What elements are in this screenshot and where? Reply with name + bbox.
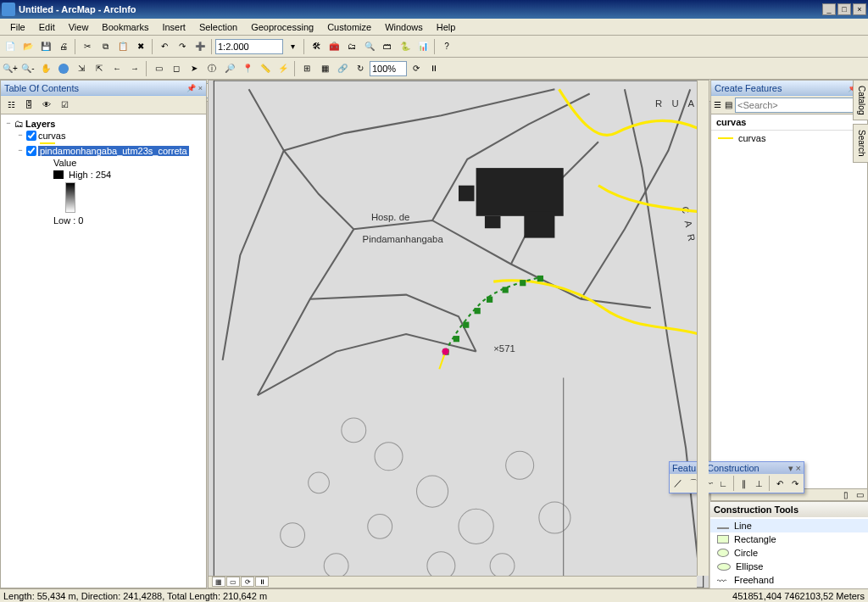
map-hscrollbar[interactable]: ▦ ▭ ⟳ ⏸ [209,576,697,588]
fc-constrain-perp-icon[interactable]: ⊥ [752,476,766,491]
list-by-visibility-icon[interactable]: 👁 [38,97,55,114]
fc-undo-icon[interactable]: ↶ [773,476,787,491]
expand-layer2-icon[interactable]: − [16,147,25,155]
ct-rectangle[interactable]: Rectangle [710,532,868,546]
list-by-drawing-icon[interactable]: ☷ [3,97,19,114]
measure-icon[interactable]: 📏 [257,60,274,77]
toc-autohide-icon[interactable]: 📌 × [186,84,203,92]
layer2-checkbox[interactable] [26,146,36,156]
list-by-selection-icon[interactable]: ☑ [56,97,73,114]
delete-icon[interactable]: ✖ [132,38,149,55]
select-features-icon[interactable]: ▭ [150,60,167,77]
feature-construction-close-icon[interactable]: ▾ × [788,463,801,474]
menu-help[interactable]: Help [430,20,463,34]
feature-construction-toolbar[interactable]: Feature Construction ▾ × ／ ⌒ 〰 ∟ ∥ ⊥ ↶ ↷ [669,461,804,493]
open-icon[interactable]: 📂 [19,38,36,55]
menu-edit[interactable]: Edit [32,20,62,34]
menu-bookmarks[interactable]: Bookmarks [95,20,155,34]
layer1-checkbox[interactable] [26,131,36,141]
cut-icon[interactable]: ✂ [79,38,96,55]
new-icon[interactable]: 📄 [2,38,19,55]
georef-rotate-icon[interactable]: ↻ [352,60,369,77]
clear-selection-icon[interactable]: ◻ [168,60,185,77]
data-view-tab[interactable]: ▦ [212,577,225,587]
search-tab[interactable]: Search [853,124,868,163]
fc-rightangle-icon[interactable]: ∟ [716,476,731,491]
redo-icon[interactable]: ↷ [174,38,191,55]
menu-selection[interactable]: Selection [192,20,244,34]
expand-layers-icon[interactable]: − [4,120,13,128]
find-icon[interactable]: 🔎 [221,60,238,77]
menu-windows[interactable]: Windows [378,20,430,34]
cf-filter-icon[interactable]: ☰ [713,97,722,114]
save-icon[interactable]: 💾 [37,38,54,55]
expand-layer1-icon[interactable]: − [16,131,25,140]
list-by-source-icon[interactable]: 🗄 [20,97,37,114]
pan-icon[interactable]: ✋ [37,60,54,77]
forward-extent-icon[interactable]: → [126,60,143,77]
scale-dropdown-icon[interactable]: ▾ [284,38,301,55]
cf-group-icon[interactable]: ▤ [724,97,733,114]
toc-toolbar: ☷ 🗄 👁 ☑ [1,96,206,114]
layout-view-tab[interactable]: ▭ [226,577,240,587]
layer1-label[interactable]: curvas [38,131,65,141]
refresh-icon[interactable]: ⟳ [408,60,425,77]
georef-icon[interactable]: ⊞ [298,60,315,77]
ct-freehand[interactable]: 〰Freehand [710,573,868,587]
pause-drawing-icon[interactable]: ⏸ [255,577,269,587]
hyperlink-icon[interactable]: ⚡ [275,60,292,77]
python-icon[interactable]: 🐍 [397,38,414,55]
svg-rect-1 [476,168,564,216]
map-view[interactable]: ×571 Hosp. de Pindamanhangaba R U A C A … [208,80,709,588]
print-icon[interactable]: 🖨 [55,38,72,55]
pause-icon[interactable]: ⏸ [426,60,442,77]
fixed-zoom-out-icon[interactable]: ⇱ [91,60,108,77]
map-canvas[interactable]: ×571 Hosp. de Pindamanhangaba R U A C A … [209,81,709,588]
catalog-icon[interactable]: 🗂 [343,38,360,55]
menu-geoprocessing[interactable]: Geoprocessing [244,20,320,34]
select-elements-icon[interactable]: ➤ [186,60,203,77]
zoom-in-icon[interactable]: 🔍+ [2,60,19,77]
editor-toolbar-icon[interactable]: 🛠 [308,38,325,55]
cf-search-input[interactable] [735,98,857,113]
ct-circle[interactable]: Circle [710,546,868,560]
goto-xy-icon[interactable]: 📍 [239,60,256,77]
copy-icon[interactable]: ⧉ [97,38,114,55]
search-window-icon[interactable]: 🔍 [361,38,378,55]
add-data-icon[interactable]: ➕ [192,38,209,55]
arccatalog-icon[interactable]: 🗃 [379,38,396,55]
menu-file[interactable]: File [3,20,32,34]
close-button[interactable]: × [853,3,866,15]
full-extent-icon[interactable] [55,60,72,77]
fc-redo-icon[interactable]: ↷ [787,476,802,491]
undo-icon[interactable]: ↶ [156,38,173,55]
minimize-button[interactable]: _ [822,3,836,15]
map-vscrollbar[interactable] [697,81,709,576]
zoom-out-icon[interactable]: 🔍- [19,60,36,77]
modelbuilder-icon[interactable]: 📊 [415,38,431,55]
fc-constrain-parallel-icon[interactable]: ∥ [737,476,751,491]
cf-expand1-icon[interactable]: ▯ [840,489,852,499]
toolbox-icon[interactable]: 🧰 [326,38,342,55]
help-icon[interactable]: ? [438,38,455,55]
ct-line[interactable]: Line [710,519,868,532]
cf-expand2-icon[interactable]: ▭ [854,489,865,499]
menu-customize[interactable]: Customize [320,20,378,34]
layer2-label[interactable]: pindamonhangaba_utm23s_correta [38,146,189,156]
back-extent-icon[interactable]: ← [108,60,125,77]
maximize-button[interactable]: □ [837,3,851,15]
menu-view[interactable]: View [62,20,96,34]
menu-insert[interactable]: Insert [155,20,192,34]
refresh-view-icon[interactable]: ⟳ [241,577,254,587]
fc-straight-icon[interactable]: ／ [671,476,686,491]
ct-ellipse[interactable]: Ellipse [710,560,868,573]
scale-combo[interactable] [215,39,283,54]
fixed-zoom-in-icon[interactable]: ⇲ [73,60,90,77]
paste-icon[interactable]: 📋 [114,38,131,55]
georef-link-icon[interactable]: 🔗 [334,60,351,77]
georef-fit-icon[interactable]: ▦ [316,60,333,77]
identify-icon[interactable]: ⓘ [203,60,220,77]
display-percent[interactable] [370,61,407,76]
cf-template-curvas[interactable]: curvas [711,131,867,146]
catalog-tab[interactable]: Catalog [853,80,868,120]
